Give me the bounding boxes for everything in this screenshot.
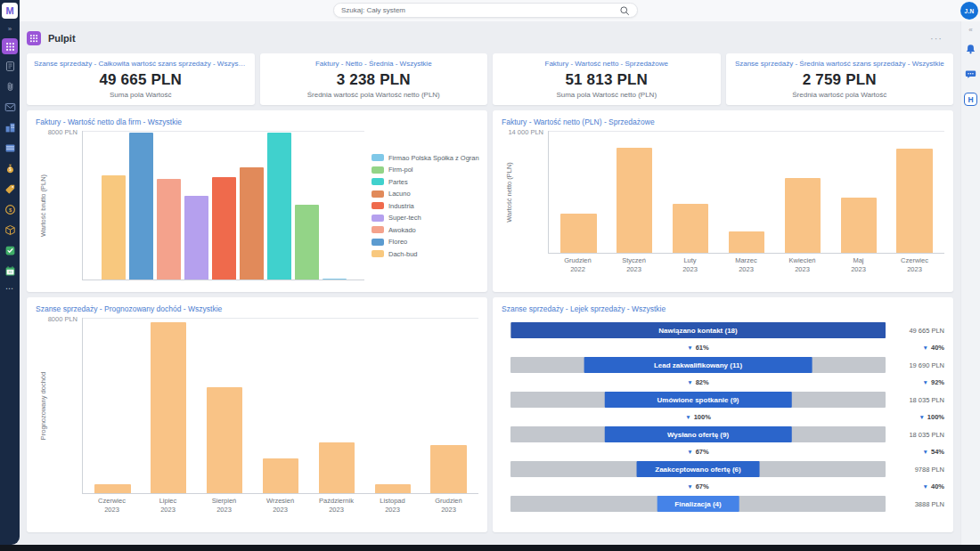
h-letter: H	[968, 95, 973, 104]
y-axis: Prognozowany dochód 8000 PLN	[36, 318, 82, 494]
funnel-stage-value: 19 690 PLN	[886, 361, 944, 369]
table-icon	[4, 142, 16, 154]
funnel-bar[interactable]	[657, 496, 739, 512]
y-axis-label: Wartość brutto (PLN)	[39, 174, 47, 237]
funnel-transition-row: ▼67%▼54%	[510, 442, 944, 461]
kpi-card-total-opportunities[interactable]: Szanse sprzedaży - Całkowita wartość sza…	[27, 53, 255, 105]
body-row: Pulpit ··· Szanse sprzedaży - Całkowita …	[20, 21, 980, 551]
user-avatar[interactable]: J.N	[960, 2, 978, 20]
bar-Floreo[interactable]	[129, 133, 153, 280]
bar-Lipiec[interactable]	[151, 322, 186, 493]
rail-collapse-button[interactable]: «	[968, 26, 972, 34]
legend-item[interactable]: Firm-pol	[372, 166, 478, 174]
y-axis-label: Prognozowany dochód	[39, 372, 47, 440]
legend-label: Dach-bud	[388, 250, 418, 258]
kpi-value: 49 665 PLN	[34, 72, 248, 87]
sidebar-item-notes[interactable]	[4, 60, 16, 72]
funnel-bar[interactable]	[636, 461, 760, 477]
sidebar-item-records-table[interactable]	[4, 142, 16, 154]
sidebar-more-button[interactable]: ⋯	[5, 284, 14, 293]
legend-swatch	[372, 226, 384, 233]
funnel-bar[interactable]	[604, 426, 792, 442]
bar-Czerwiec[interactable]	[94, 484, 130, 493]
funnel-conversion: ▼82%	[510, 378, 886, 386]
legend-item[interactable]: Lacuno	[372, 190, 478, 198]
bar-slot	[197, 318, 253, 493]
sidebar-item-dashboard[interactable]	[2, 38, 18, 54]
bar-Maj[interactable]	[841, 198, 877, 253]
kpi-card-average-opportunity[interactable]: Szanse sprzedaży - Średnia wartość szans…	[726, 53, 954, 105]
bar-Wrzesień[interactable]	[263, 458, 298, 493]
charts-grid: Faktury - Wartość netto dla firm - Wszys…	[27, 110, 953, 532]
app-window: M » $	[0, 0, 980, 551]
notifications-button[interactable]	[965, 43, 976, 59]
global-search-input[interactable]	[341, 6, 619, 14]
bar-Kwiecień[interactable]	[785, 178, 821, 253]
bar-Dach-bud[interactable]	[102, 175, 126, 280]
funnel-track: Umówione spotkanie (9)	[510, 392, 886, 408]
sidebar-item-tasks[interactable]	[4, 244, 16, 256]
checkbox-check-icon	[4, 245, 16, 256]
kpi-title: Faktury - Wartość netto - Sprzedażowe	[500, 60, 714, 68]
sidebar-expand-button[interactable]: »	[8, 25, 12, 33]
legend-item[interactable]: Firmao Polska Spółka z Ogran	[372, 154, 478, 162]
bar-Styczeń[interactable]	[617, 148, 652, 253]
x-tick-label: Listopad2023	[364, 497, 421, 515]
sidebar-item-calendar[interactable]: 31	[4, 264, 16, 277]
y-axis: Wartość brutto (PLN) 8000 PLN	[36, 131, 82, 280]
sidebar-item-mail[interactable]	[4, 101, 16, 113]
funnel-bar[interactable]	[584, 357, 813, 373]
chat-button[interactable]	[965, 68, 976, 84]
funnel-stage-value: 18 035 PLN	[886, 396, 944, 404]
bar-Grudzień[interactable]	[560, 214, 596, 253]
sidebar-item-finances[interactable]: $	[4, 162, 16, 174]
firmao-logo[interactable]: M	[2, 3, 18, 19]
bar-Lacuno[interactable]	[240, 167, 264, 280]
legend-item[interactable]: Floreo	[372, 238, 478, 246]
bar-Firm-pol[interactable]	[295, 205, 319, 280]
legend-item[interactable]: Awokado	[372, 226, 478, 234]
sidebar-item-price-tags[interactable]	[4, 182, 16, 195]
bar-Super-tech[interactable]	[184, 196, 208, 280]
bar-Grudzień[interactable]	[430, 445, 466, 493]
bar-slot	[141, 318, 197, 493]
sidebar-item-products[interactable]	[4, 223, 16, 236]
down-triangle-icon: ▼	[923, 379, 928, 385]
bar-Awokado[interactable]	[157, 179, 181, 280]
x-tick-label: Lipiec2023	[140, 497, 196, 515]
search-icon[interactable]	[619, 5, 630, 16]
legend-item[interactable]: Dach-bud	[372, 250, 478, 258]
kpi-card-invoices-net-average[interactable]: Faktury - Netto - Średnia - Wszystkie 3 …	[260, 53, 488, 105]
funnel-bar[interactable]	[604, 392, 792, 408]
bar-Firmao Polska Spółka z Ogran[interactable]	[323, 279, 347, 280]
x-tick-label: Maj2023	[830, 256, 886, 274]
bar-slot	[551, 131, 607, 253]
funnel-stage-value: 18 035 PLN	[886, 431, 944, 439]
legend-label: Super-tech	[388, 214, 421, 222]
legend-item[interactable]: Partes	[372, 178, 478, 186]
bar-Sierpień[interactable]	[207, 387, 242, 493]
bar-Industria[interactable]	[212, 177, 236, 280]
bar-Marzec[interactable]	[729, 231, 764, 253]
sidebar-item-attachments[interactable]	[4, 80, 16, 93]
package-icon	[4, 224, 16, 236]
bar-chart-invoices: Wartość netto (PLN) 14 000 PLN	[502, 131, 944, 254]
funnel-bar[interactable]	[510, 322, 886, 338]
bar-Październik[interactable]	[319, 442, 355, 493]
kpi-card-invoices-net-sales[interactable]: Faktury - Wartość netto - Sprzedażowe 51…	[493, 53, 721, 105]
dashboard-more-button[interactable]: ···	[930, 33, 943, 44]
help-badge-button[interactable]: H	[964, 93, 977, 106]
bar-Partes[interactable]	[267, 133, 291, 280]
legend-item[interactable]: Industria	[372, 202, 478, 210]
funnel-track: Zaakceptowano ofertę (6)	[510, 461, 886, 477]
sidebar-item-payments[interactable]: $	[4, 203, 16, 215]
funnel-conversion: ▼40%	[886, 482, 944, 490]
down-triangle-icon: ▼	[685, 414, 690, 420]
down-triangle-icon: ▼	[687, 379, 692, 385]
legend-item[interactable]: Super-tech	[372, 214, 478, 222]
bar-Luty[interactable]	[673, 204, 708, 253]
bar-Czerwiec[interactable]	[896, 149, 932, 253]
sidebar-item-companies[interactable]	[4, 121, 16, 134]
bar-Listopad[interactable]	[375, 484, 411, 493]
chart-legend: Firmao Polska Spółka z OgranFirm-polPart…	[364, 131, 478, 280]
